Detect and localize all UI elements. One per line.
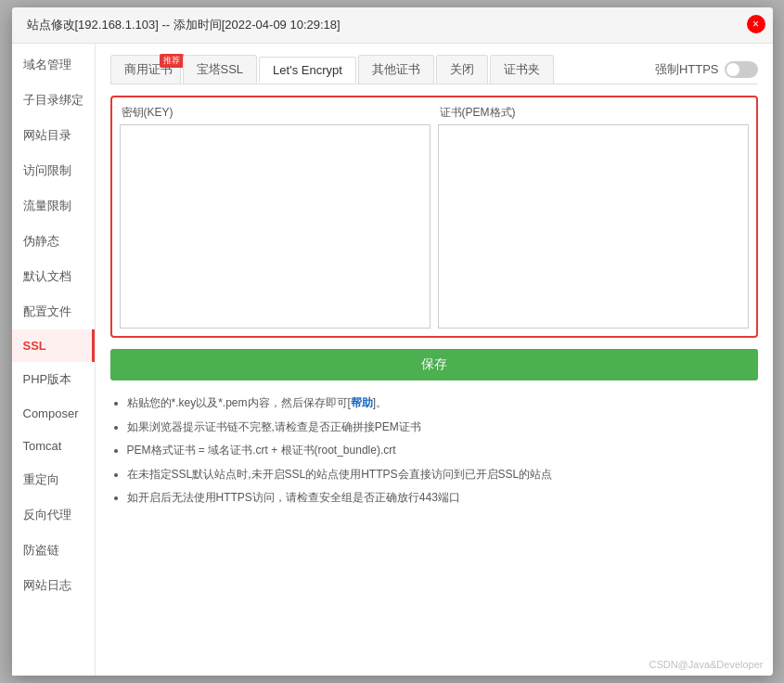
- sidebar-item-hotlink[interactable]: 防盗链: [12, 533, 95, 568]
- key-field: 密钥(KEY): [120, 105, 431, 329]
- tabs-bar: 商用证书推荐宝塔SSLLet's Encrypt其他证书关闭证书夹强制HTTPS: [110, 55, 758, 84]
- modal-body: 域名管理子目录绑定网站目录访问限制流量限制伪静态默认文档配置文件SSLPHP版本…: [12, 44, 773, 676]
- sidebar-item-domain[interactable]: 域名管理: [12, 47, 95, 83]
- note-item-5: 如开启后无法使用HTTPS访问，请检查安全组是否正确放行443端口: [127, 488, 758, 509]
- note-item-2: 如果浏览器提示证书链不完整,请检查是否正确拼接PEM证书: [127, 418, 758, 438]
- tab-badge-commercial: 推荐: [160, 54, 184, 68]
- notes-section: 粘贴您的*.key以及*.pem内容，然后保存即可[帮助]。 如果浏览器提示证书…: [110, 393, 758, 512]
- sidebar-item-redirect[interactable]: 重定向: [12, 462, 95, 497]
- sidebar-item-pseudo-static[interactable]: 伪静态: [12, 224, 95, 259]
- cert-label: 证书(PEM格式): [438, 105, 749, 121]
- sidebar-item-config-file[interactable]: 配置文件: [12, 294, 95, 329]
- note4-text: 在未指定SSL默认站点时,未开启SSL的站点使用HTTPS会直接访问到已开启SS…: [127, 468, 553, 481]
- key-textarea[interactable]: [120, 124, 431, 329]
- save-button[interactable]: 保存: [110, 349, 758, 380]
- force-https-label: 强制HTTPS: [655, 61, 719, 78]
- sidebar-item-access-limit[interactable]: 访问限制: [12, 153, 95, 188]
- sidebar-item-website-dir[interactable]: 网站目录: [12, 118, 95, 153]
- cert-area: 密钥(KEY) 证书(PEM格式): [110, 96, 758, 338]
- force-https-toggle[interactable]: [725, 61, 758, 78]
- cert-textarea[interactable]: [438, 124, 749, 329]
- sidebar-item-ssl[interactable]: SSL: [12, 329, 95, 362]
- sidebar-item-reverse-proxy[interactable]: 反向代理: [12, 497, 95, 533]
- sidebar-item-composer[interactable]: Composer: [12, 397, 95, 430]
- note-item-3: PEM格式证书 = 域名证书.crt + 根证书(root_bundle).cr…: [127, 441, 758, 461]
- modal-overlay: 站点修改[192.168.1.103] -- 添加时间[2022-04-09 1…: [0, 0, 784, 683]
- note-item-1: 粘贴您的*.key以及*.pem内容，然后保存即可[帮助]。: [127, 393, 758, 414]
- sidebar-item-php-version[interactable]: PHP版本: [12, 362, 95, 397]
- force-https-section: 强制HTTPS: [655, 61, 758, 78]
- modal-header: 站点修改[192.168.1.103] -- 添加时间[2022-04-09 1…: [12, 7, 773, 44]
- tab-lets-encrypt[interactable]: Let's Encrypt: [259, 57, 356, 83]
- modal-title: 站点修改[192.168.1.103] -- 添加时间[2022-04-09 1…: [27, 17, 341, 33]
- sidebar-item-website-log[interactable]: 网站日志: [12, 568, 95, 603]
- note3-text: PEM格式证书 = 域名证书.crt + 根证书(root_bundle).cr…: [127, 444, 396, 457]
- note-item-4: 在未指定SSL默认站点时,未开启SSL的站点使用HTTPS会直接访问到已开启SS…: [127, 465, 758, 485]
- notes-list: 粘贴您的*.key以及*.pem内容，然后保存即可[帮助]。 如果浏览器提示证书…: [110, 393, 758, 509]
- note1-text: 粘贴您的*.key以及*.pem内容，然后保存即可[: [127, 396, 351, 409]
- sidebar: 域名管理子目录绑定网站目录访问限制流量限制伪静态默认文档配置文件SSLPHP版本…: [12, 44, 96, 676]
- key-label: 密钥(KEY): [120, 105, 431, 121]
- close-button[interactable]: ×: [747, 15, 765, 33]
- help-link[interactable]: 帮助: [351, 396, 373, 409]
- note5-text: 如开启后无法使用HTTPS访问，请检查安全组是否正确放行443端口: [127, 491, 460, 504]
- tab-other-cert[interactable]: 其他证书: [358, 55, 434, 84]
- tab-cert-folder[interactable]: 证书夹: [490, 55, 554, 84]
- tab-close[interactable]: 关闭: [436, 55, 488, 84]
- sidebar-item-subdirectory[interactable]: 子目录绑定: [12, 83, 95, 118]
- note1-text-after: ]。: [373, 396, 387, 409]
- modal: 站点修改[192.168.1.103] -- 添加时间[2022-04-09 1…: [12, 7, 773, 676]
- cert-field: 证书(PEM格式): [438, 105, 749, 329]
- tab-commercial[interactable]: 商用证书推荐: [110, 55, 181, 84]
- tab-baota-ssl[interactable]: 宝塔SSL: [183, 55, 258, 84]
- sidebar-item-default-doc[interactable]: 默认文档: [12, 259, 95, 294]
- main-content: 商用证书推荐宝塔SSLLet's Encrypt其他证书关闭证书夹强制HTTPS…: [96, 44, 773, 676]
- sidebar-item-flow-limit[interactable]: 流量限制: [12, 188, 95, 224]
- sidebar-item-tomcat[interactable]: Tomcat: [12, 430, 95, 462]
- note2-text: 如果浏览器提示证书链不完整,请检查是否正确拼接PEM证书: [127, 420, 421, 433]
